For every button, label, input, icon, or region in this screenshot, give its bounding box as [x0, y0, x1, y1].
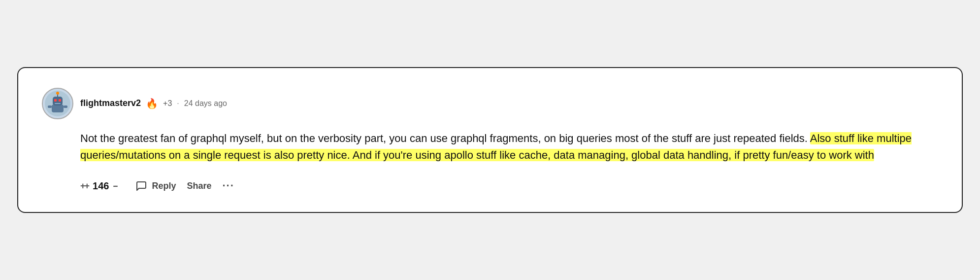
- more-button[interactable]: ···: [218, 177, 238, 194]
- svg-rect-4: [59, 99, 61, 102]
- username: flightmasterv2: [80, 98, 141, 108]
- share-label: Share: [187, 181, 211, 191]
- timestamp: 24 days ago: [184, 99, 227, 108]
- comment-actions: ++ 146 -- Reply Share ···: [80, 177, 938, 194]
- header-meta: flightmasterv2 🔥 +3 · 24 days ago: [80, 98, 227, 109]
- separator: ·: [177, 99, 179, 108]
- comment-card: flightmasterv2 🔥 +3 · 24 days ago Not th…: [17, 67, 963, 213]
- reply-label: Reply: [152, 181, 176, 191]
- share-button[interactable]: Share: [183, 179, 215, 193]
- svg-point-7: [56, 92, 59, 95]
- reply-button[interactable]: Reply: [131, 177, 180, 194]
- comment-body: Not the greatest fan of graphql myself, …: [42, 130, 938, 194]
- vote-minus[interactable]: --: [113, 181, 117, 191]
- avatar: [42, 88, 73, 119]
- user-badge: 🔥: [146, 98, 158, 109]
- reply-icon: [135, 179, 148, 192]
- more-label: ···: [222, 179, 234, 192]
- comment-header: flightmasterv2 🔥 +3 · 24 days ago: [42, 88, 938, 119]
- vote-section: ++ 146 --: [80, 180, 117, 192]
- svg-rect-9: [64, 105, 67, 108]
- svg-rect-5: [55, 103, 61, 104]
- svg-rect-8: [48, 105, 52, 108]
- vote-plus[interactable]: ++: [80, 181, 89, 191]
- comment-plain-text: Not the greatest fan of graphql myself, …: [80, 132, 810, 144]
- svg-rect-1: [52, 105, 64, 112]
- divider: [124, 180, 124, 191]
- svg-rect-3: [54, 99, 57, 102]
- comment-text: Not the greatest fan of graphql myself, …: [80, 130, 938, 164]
- vote-count: 146: [93, 180, 109, 192]
- header-vote: +3: [163, 99, 172, 108]
